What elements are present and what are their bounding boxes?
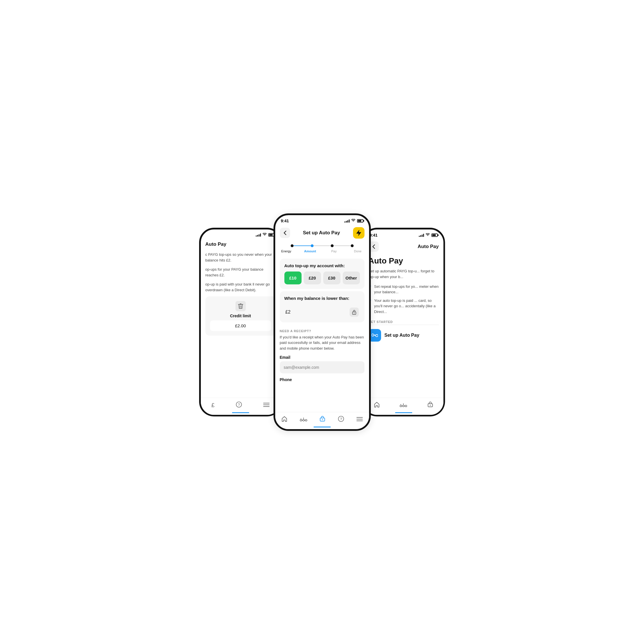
scene: Auto Pay c PAYG top-ups so you never whe… (165, 202, 479, 442)
email-input[interactable] (280, 361, 364, 373)
step-label-energy: Energy (279, 249, 294, 253)
help-icon: ? (236, 401, 242, 409)
left-nav-help[interactable]: ? (233, 401, 245, 410)
center-wifi-icon (351, 219, 355, 223)
lock-icon (350, 308, 359, 317)
center-status-icons (344, 219, 363, 223)
center-nav-home[interactable] (278, 415, 290, 424)
step-label-pay: Pay (327, 249, 341, 253)
right-nav-home[interactable] (371, 401, 383, 410)
right-status-bar: 9:41 (364, 229, 443, 239)
credit-limit-value: £2.00 (210, 320, 271, 331)
left-bottom-indicator (232, 412, 249, 413)
account-icon (319, 416, 326, 423)
amount-btn-20[interactable]: £20 (304, 272, 321, 284)
svg-point-12 (403, 405, 404, 407)
right-time: 9:41 (370, 233, 378, 237)
lightning-button[interactable] (353, 227, 364, 239)
step-labels: Energy Amount Pay Done (275, 248, 369, 256)
right-bottom-indicator (395, 412, 412, 413)
center-nav-network[interactable] (297, 416, 310, 423)
left-phone: Auto Pay c PAYG top-ups so you never whe… (199, 228, 282, 417)
step-label-amount: Amount (303, 249, 317, 253)
right-network-icon (400, 402, 407, 409)
svg-text:?: ? (238, 403, 240, 407)
left-nav-menu[interactable] (260, 401, 272, 409)
network-icon (300, 416, 307, 423)
signal-icon (256, 233, 261, 237)
center-status-bar: 9:41 (275, 215, 369, 225)
left-bottom-nav: £ ? (201, 398, 280, 415)
amount-btn-30[interactable]: £30 (323, 272, 340, 284)
setup-btn-label: Set up Auto Pay (385, 333, 419, 338)
balance-input-row: £2 (284, 304, 360, 318)
right-nav-title: Auto Pay (418, 244, 439, 249)
center-help-icon: ? (338, 416, 344, 423)
right-account-icon (427, 401, 433, 409)
step-line-2 (314, 245, 331, 246)
right-nav-bar: Auto Pay (364, 239, 443, 254)
center-nav-account[interactable] (316, 415, 328, 424)
topup-section: Auto top-up my account with: £10 £20 £30… (280, 259, 364, 289)
setup-autopay-button[interactable]: Set up Auto Pay (368, 329, 439, 342)
svg-point-6 (305, 419, 307, 421)
right-nav-network[interactable] (397, 401, 410, 409)
pound-icon: £ (211, 402, 215, 409)
check-list-item-1: ✓ Set repeat top-ups for yo... meter whe… (368, 284, 439, 295)
check-list-item-2: ✓ Your auto top-up is paid ... card, so … (368, 298, 439, 315)
balance-value: £2 (286, 310, 291, 315)
right-content: Auto Pay Set up automatic PAYG top-u... … (364, 256, 443, 342)
left-credit-card: Credit limit £2.00 (205, 296, 276, 336)
amount-btn-other[interactable]: Other (343, 272, 360, 284)
center-battery-icon (357, 219, 363, 223)
credit-limit-label: Credit limit (230, 314, 251, 318)
phone-label: Phone (280, 377, 364, 382)
center-time: 9:41 (281, 219, 289, 223)
email-label: Email (280, 355, 364, 360)
center-bottom-indicator (314, 427, 331, 427)
svg-point-8 (322, 419, 323, 420)
svg-text:?: ? (340, 417, 342, 421)
svg-point-15 (430, 405, 431, 406)
right-wifi-icon (426, 233, 430, 237)
svg-point-3 (354, 313, 354, 313)
svg-point-4 (300, 419, 302, 421)
check-text-2: Your auto top-up is paid ... card, so yo… (374, 298, 439, 315)
center-bottom-nav: ? (275, 412, 369, 429)
step-dot-4 (351, 244, 354, 247)
right-page-title: Auto Pay (368, 256, 439, 265)
right-battery-icon (431, 233, 438, 237)
left-nav-pound[interactable]: £ (209, 401, 217, 409)
left-content: Auto Pay c PAYG top-ups so you never whe… (201, 239, 280, 336)
step-line-1 (294, 245, 311, 246)
check-text-1: Set repeat top-ups for yo... meter when … (374, 284, 439, 295)
back-button[interactable] (280, 228, 290, 238)
right-status-icons (419, 233, 438, 237)
trash-icon[interactable] (235, 301, 246, 311)
menu-icon (263, 402, 270, 409)
step-label-done: Done (350, 249, 365, 253)
right-phone: 9:41 (362, 228, 445, 417)
right-home-icon (374, 401, 380, 409)
balance-section: When my balance is lower than: £2 (280, 291, 364, 322)
receipt-section: NEED A RECEIPT? If you'd like a receipt … (275, 325, 369, 386)
center-phone: 9:41 (274, 213, 371, 431)
balance-title: When my balance is lower than: (284, 296, 360, 301)
left-body1: c PAYG top-ups so you never when your ba… (205, 252, 276, 263)
check-list: ✓ Set repeat top-ups for yo... meter whe… (368, 284, 439, 315)
center-nav-menu[interactable] (354, 416, 366, 423)
center-nav-bar: Set up Auto Pay (275, 225, 369, 241)
step-dot-3 (331, 244, 334, 247)
receipt-label: NEED A RECEIPT? (280, 329, 364, 333)
left-body3: op-up is paid with your bank ll never go… (205, 282, 276, 293)
right-nav-account[interactable] (424, 401, 436, 410)
left-body2: op-ups for your PAYG your balance reache… (205, 267, 276, 278)
wifi-icon (263, 233, 267, 237)
divider (368, 325, 439, 325)
center-nav-help[interactable]: ? (335, 415, 347, 424)
right-body-text: Set up automatic PAYG top-u... forget to… (368, 268, 439, 280)
svg-point-5 (303, 419, 304, 421)
right-signal-icon (419, 233, 424, 237)
amount-btn-10[interactable]: £10 (284, 272, 302, 284)
step-dot-2 (311, 244, 314, 247)
